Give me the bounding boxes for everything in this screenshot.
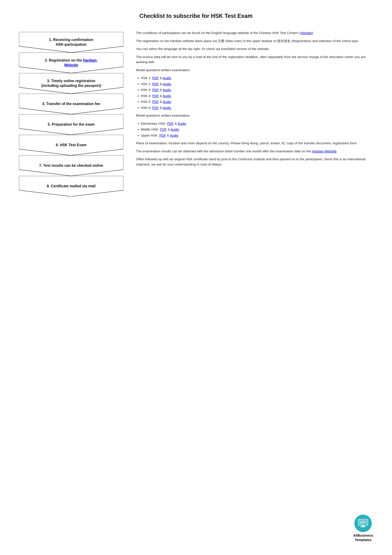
hanban-link[interactable]: Hanban — [301, 31, 312, 35]
para-4: The invoice data will be sent to you by … — [136, 54, 373, 65]
hsk-2-item: HSK 2: PDF & Audio — [141, 81, 373, 87]
step-7-label: 7. Test results can be checked online — [30, 163, 113, 168]
middle-pdf-link[interactable]: PDF — [160, 128, 167, 131]
para-7: Often followed up with an original HSK c… — [136, 157, 373, 167]
hsk-6-item: HSK 6: PDF & Audio — [141, 105, 373, 110]
hsk-4-item: HSK 4: PDF & Audio — [141, 93, 373, 98]
para-1: The conditions of participation can be f… — [136, 30, 373, 36]
step-3-label: 3. Timely online registration(including … — [32, 79, 111, 88]
step-6: 6. HSK Test Exam — [19, 135, 123, 155]
hsk6-pdf-link[interactable]: PDF — [152, 106, 159, 110]
hsk3-pdf-link[interactable]: PDF — [152, 88, 159, 92]
logo-area: AllBusinessTemplates — [353, 515, 373, 542]
para-2: The registration on the Hanban website t… — [136, 38, 373, 44]
step-3: 3. Timely online registration(including … — [19, 73, 123, 94]
hsk4-audio-link[interactable]: Audio — [163, 94, 171, 98]
hsk2-audio-link[interactable]: Audio — [163, 82, 171, 86]
hsk1-pdf-link[interactable]: PDF — [152, 76, 159, 80]
hanban-website-link[interactable]: Hanban-Website — [64, 58, 98, 67]
upper-pdf-link[interactable]: PDF — [159, 133, 166, 137]
hsk5-pdf-link[interactable]: PDF — [152, 100, 159, 103]
step-5: 5. Preparation for the exam — [19, 114, 123, 135]
hsk2-pdf-link[interactable]: PDF — [152, 82, 159, 86]
hsk-1-item: HSK 1: PDF & Audio — [141, 75, 373, 80]
hsk-upper-item: Upper HSK: PDF & Audio — [141, 133, 373, 138]
hsk3-audio-link[interactable]: Audio — [163, 88, 171, 92]
elem-audio-link[interactable]: Audio — [178, 122, 186, 125]
upper-audio-link[interactable]: Audio — [170, 133, 178, 137]
logo-circle — [354, 515, 372, 532]
step-6-label: 6. HSK Test Exam — [46, 143, 96, 147]
svg-rect-11 — [360, 526, 366, 527]
hsk-3-item: HSK 3: PDF & Audio — [141, 87, 373, 92]
step-5-label: 5. Preparation for the exam — [38, 122, 104, 127]
hsk6-audio-link[interactable]: Audio — [163, 106, 171, 110]
elem-pdf-link[interactable]: PDF — [167, 122, 174, 125]
step-1-label: 1. Receiving confirmationHSK-participati… — [40, 37, 103, 47]
svg-rect-10 — [362, 525, 364, 526]
hsk1-audio-link[interactable]: Audio — [163, 76, 171, 80]
para-3: You can select the language at the top r… — [136, 46, 373, 51]
step-8-label: 8. Certificate mailed via mail — [37, 184, 105, 189]
logo-text: AllBusinessTemplates — [353, 533, 373, 542]
hsk-middle-item: Middle HSK: PDF & Audio — [141, 127, 373, 132]
middle-audio-link[interactable]: Audio — [171, 128, 179, 131]
step-4-label: 4. Transfer of the examination fee — [33, 102, 110, 106]
monitor-icon — [357, 519, 369, 528]
step-2-label: 2. Registration on the Hanban-Website — [35, 58, 107, 67]
para-5: Place of examination: location and room … — [136, 141, 373, 146]
page-title: Checklist to subscribe for HSK Test Exam — [19, 13, 373, 19]
main-content: 1. Receiving confirmationHSK-participati… — [19, 29, 373, 197]
hsk-list-1: HSK 1: PDF & Audio HSK 2: PDF & Audio HS… — [141, 75, 373, 110]
hsk5-audio-link[interactable]: Audio — [163, 100, 171, 103]
hsk-elem-item: Elementary HSK: PDF & Audio — [141, 121, 373, 126]
section-1-header: Model questions written examination — [136, 67, 373, 73]
descriptions-column: The conditions of participation can be f… — [136, 29, 373, 197]
section-2-header: Model questions written examination — [136, 113, 373, 118]
step-4: 4. Transfer of the examination fee — [19, 94, 123, 114]
step-8: 8. Certificate mailed via mail — [19, 176, 123, 197]
step-1: 1. Receiving confirmationHSK-participati… — [19, 32, 123, 52]
step-7: 7. Test results can be checked online — [19, 155, 123, 176]
hanban-website-results-link[interactable]: Hanban-Website — [312, 149, 337, 153]
hsk-list-2: Elementary HSK: PDF & Audio Middle HSK: … — [141, 121, 373, 138]
hsk-5-item: HSK 5: PDF & Audio — [141, 99, 373, 104]
hsk4-pdf-link[interactable]: PDF — [152, 94, 159, 98]
steps-column: 1. Receiving confirmationHSK-participati… — [19, 29, 127, 197]
step-2: 2. Registration on the Hanban-Website — [19, 52, 123, 73]
para-6: The examination results can be obtained … — [136, 149, 373, 154]
